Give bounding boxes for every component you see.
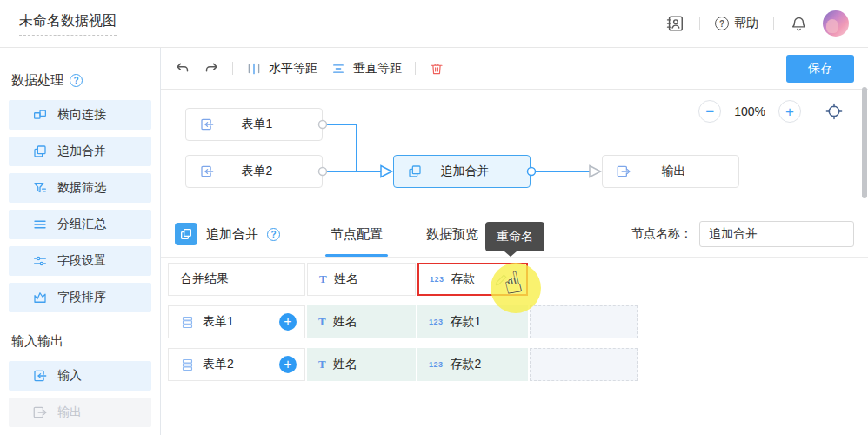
sidebar-item-field-sort[interactable]: 字段排序 (9, 283, 151, 312)
sidebar-item-field-settings[interactable]: 字段设置 (9, 246, 151, 276)
input-icon (199, 164, 215, 179)
sidebar-item-label: 输入 (57, 368, 82, 384)
field-label: 存款1 (451, 314, 482, 330)
add-field-button[interactable]: + (279, 356, 297, 373)
horizontal-join-icon (32, 107, 48, 123)
sidebar-item-append-merge[interactable]: 追加合并 (9, 137, 151, 166)
node-append-merge[interactable]: 追加合并 (393, 155, 531, 188)
main-area: 水平等距 垂直等距 保存 (161, 48, 868, 435)
node-label: 表单1 (215, 117, 299, 132)
field-header-name[interactable]: T 姓名 (307, 263, 416, 296)
node-label: 表单2 (215, 164, 299, 179)
field-label: 姓名 (333, 357, 357, 372)
app-window: 未命名数据视图 ? 帮助 (0, 0, 868, 435)
vertical-spacing-icon (331, 61, 346, 77)
table-row-form2: 表单2 + T 姓名 123 存款2 (168, 348, 868, 381)
sidebar-item-input[interactable]: 输入 (9, 361, 151, 391)
source-label: 表单2 (203, 357, 234, 372)
field-label: 姓名 (333, 314, 357, 330)
divider (699, 17, 700, 30)
sidebar-item-output[interactable]: 输出 (9, 398, 151, 427)
tab-node-config[interactable]: 节点配置 (325, 211, 388, 257)
number-type-icon: 123 (429, 360, 444, 369)
save-button[interactable]: 保存 (786, 55, 854, 83)
horizontal-spacing-label: 水平等距 (269, 61, 317, 77)
divider (232, 62, 233, 75)
question-circle-icon: ? (715, 17, 729, 30)
sidebar-item-label: 分组汇总 (57, 217, 106, 232)
node-output[interactable]: 输出 (602, 155, 739, 188)
redo-button[interactable] (204, 61, 219, 77)
selected-node-chip: 追加合并 ? (175, 223, 280, 245)
locate-center-icon[interactable] (825, 102, 844, 121)
tab-data-preview[interactable]: 数据预览 (421, 211, 484, 257)
result-header-label: 合并结果 (180, 271, 229, 287)
sidebar-item-label: 数据筛选 (57, 180, 106, 196)
vertical-scrollbar[interactable] (862, 87, 867, 198)
text-type-icon: T (318, 358, 326, 371)
node-form1[interactable]: 表单1 (185, 108, 323, 141)
result-header-cell: 合并结果 (168, 263, 305, 296)
sidebar-item-label: 字段排序 (57, 290, 106, 305)
undo-button[interactable] (175, 61, 190, 77)
sidebar-item-label: 输出 (57, 405, 82, 420)
top-bar: 未命名数据视图 ? 帮助 (0, 0, 868, 48)
section-title: 数据处理 (11, 72, 63, 89)
field-label: 存款2 (451, 357, 482, 372)
sidebar-item-label: 字段设置 (57, 253, 106, 269)
output-icon (616, 164, 631, 179)
section-title: 输入输出 (11, 333, 63, 350)
node-name-label: 节点名称： (631, 226, 692, 242)
data-filter-icon (32, 180, 48, 196)
sidebar-section-data-processing: 数据处理 ? (9, 72, 151, 89)
user-avatar[interactable] (823, 10, 849, 37)
group-summary-icon (32, 217, 48, 232)
sidebar-item-data-filter[interactable]: 数据筛选 (9, 173, 151, 203)
node-name-input[interactable] (699, 221, 854, 247)
empty-field-slot[interactable] (530, 348, 638, 381)
help-label: 帮助 (734, 16, 758, 31)
node-form2[interactable]: 表单2 (185, 155, 323, 188)
sidebar-item-label: 追加合并 (57, 144, 106, 159)
source-cell[interactable]: 表单2 + (168, 348, 305, 381)
zoom-out-button[interactable]: − (698, 100, 721, 123)
zoom-controls: − 100% + (698, 100, 844, 123)
delete-node-button[interactable] (429, 61, 444, 77)
node-help-icon[interactable]: ? (267, 228, 280, 241)
node-label: 输出 (631, 164, 716, 179)
append-merge-icon (32, 144, 48, 159)
contacts-icon[interactable] (665, 14, 684, 33)
node-label: 追加合并 (423, 164, 507, 179)
form-table-icon (180, 358, 195, 372)
canvas-toolbar: 水平等距 垂直等距 保存 (161, 48, 868, 90)
divider (773, 17, 774, 30)
horizontal-spacing-button[interactable]: 水平等距 (246, 61, 317, 77)
divider (415, 62, 416, 75)
text-type-icon: T (318, 315, 326, 329)
notification-bell-icon[interactable] (789, 14, 808, 33)
rename-tooltip: 重命名 (485, 222, 544, 251)
page-title[interactable]: 未命名数据视图 (19, 12, 117, 36)
field-cell[interactable]: T 姓名 (307, 305, 416, 338)
source-cell[interactable]: 表单1 + (168, 305, 305, 338)
add-field-button[interactable]: + (279, 313, 297, 331)
field-cell[interactable]: T 姓名 (307, 348, 416, 381)
append-merge-icon (175, 223, 197, 245)
field-settings-icon (32, 253, 48, 269)
input-icon (199, 117, 215, 132)
append-merge-icon (407, 164, 423, 179)
help-button[interactable]: ? 帮助 (715, 16, 758, 31)
vertical-spacing-button[interactable]: 垂直等距 (331, 61, 402, 77)
sidebar-item-label: 横向连接 (57, 107, 106, 123)
flow-canvas[interactable]: 表单1 表单2 (161, 90, 868, 211)
number-type-icon: 123 (429, 318, 444, 326)
section-help-icon[interactable]: ? (70, 74, 83, 87)
zoom-in-button[interactable]: + (778, 100, 801, 123)
sidebar-item-group-summary[interactable]: 分组汇总 (9, 210, 151, 239)
field-cell[interactable]: 123 存款2 (417, 348, 528, 381)
empty-field-slot[interactable] (530, 305, 638, 338)
sidebar-item-horizontal-join[interactable]: 横向连接 (9, 100, 151, 130)
top-bar-actions: ? 帮助 (665, 10, 849, 37)
node-chip-label: 追加合并 (206, 226, 258, 243)
sidebar-section-input-output: 输入输出 (9, 333, 151, 350)
